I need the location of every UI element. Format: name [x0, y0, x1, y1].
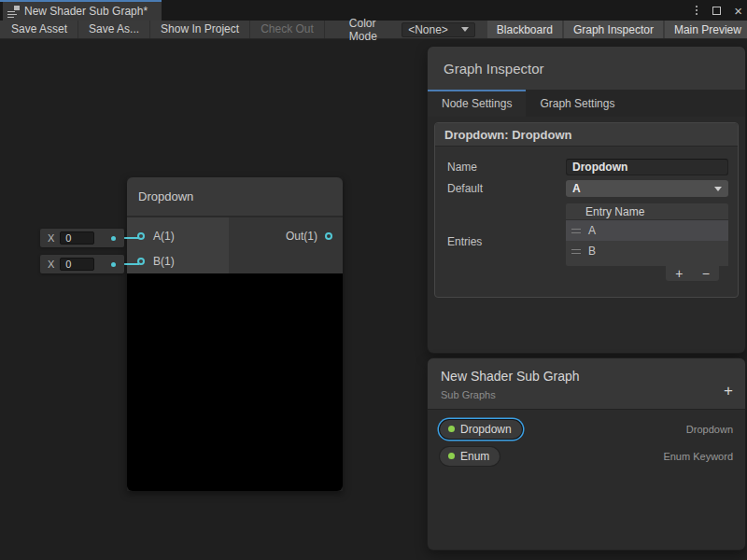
- window-controls: ×: [694, 0, 742, 21]
- name-input[interactable]: [566, 159, 728, 175]
- maximize-icon[interactable]: [712, 7, 721, 15]
- entry-row-a[interactable]: A: [566, 220, 728, 241]
- input-port-a: A(1): [127, 223, 229, 248]
- save-asset-button[interactable]: Save Asset: [1, 21, 78, 38]
- blackboard-item-dropdown: Dropdown Dropdown: [440, 418, 733, 440]
- blackboard-item-enum: Enum Enum Keyword: [440, 445, 733, 467]
- port-a-label: A(1): [153, 230, 175, 243]
- dropdown-settings-title: Dropdown: Dropdown: [435, 123, 738, 147]
- add-entry-button[interactable]: +: [675, 267, 683, 280]
- node-preview: [127, 273, 343, 491]
- port-b-stub-icon: [111, 262, 116, 267]
- tab-node-settings[interactable]: Node Settings: [428, 90, 526, 117]
- graph-toolbar: Save Asset Save As... Show In Project Ch…: [0, 21, 747, 39]
- blackboard-subtitle: Sub Graphs: [441, 389, 732, 400]
- node-output-column: Out(1): [229, 217, 343, 273]
- color-mode-value: <None>: [408, 23, 448, 36]
- default-dropdown[interactable]: A: [566, 180, 728, 197]
- enum-property-pill[interactable]: Enum: [440, 447, 500, 466]
- default-dropdown-value: A: [572, 182, 581, 195]
- default-label: Default: [447, 182, 566, 195]
- close-icon[interactable]: ×: [734, 4, 742, 18]
- entry-a-text: A: [588, 224, 596, 237]
- dropdown-type-label: Dropdown: [686, 424, 733, 435]
- window-menu-icon[interactable]: [694, 4, 699, 17]
- color-mode-label: Color Mode: [349, 17, 394, 43]
- inspector-tab-bar: Node Settings Graph Settings: [428, 90, 745, 117]
- subgraph-asset-icon: [7, 6, 20, 18]
- node-input-column: A(1) B(1): [127, 217, 229, 273]
- toolbar-right-group: Blackboard Graph Inspector Main Preview: [486, 21, 747, 38]
- port-b-axis-label: X: [48, 259, 54, 270]
- drag-handle-icon[interactable]: [571, 249, 581, 254]
- entries-list: Entry Name A B: [566, 203, 728, 266]
- dropdown-settings-box: Dropdown: Dropdown Name Default A: [434, 122, 739, 298]
- node-port-area: A(1) B(1) Out(1): [127, 217, 343, 273]
- graph-inspector-panel: Graph Inspector Node Settings Graph Sett…: [428, 47, 745, 353]
- main-preview-toggle-button[interactable]: Main Preview: [665, 21, 747, 38]
- drag-handle-icon[interactable]: [571, 229, 581, 233]
- port-out-connector-icon[interactable]: [325, 232, 332, 240]
- port-b-value-input[interactable]: [60, 258, 94, 271]
- node-title: Dropdown: [138, 189, 193, 203]
- entry-b-text: B: [588, 245, 596, 258]
- enum-type-label: Enum Keyword: [663, 451, 733, 462]
- document-tab[interactable]: New Shader Sub Graph*: [3, 2, 162, 21]
- entries-list-footer: + −: [666, 266, 719, 281]
- exposed-dot-icon: [448, 426, 455, 432]
- blackboard-body: Dropdown Dropdown Enum Enum Keyword: [428, 410, 745, 481]
- color-mode-dropdown[interactable]: <None>: [402, 22, 475, 37]
- graph-inspector-header[interactable]: Graph Inspector: [428, 47, 745, 90]
- chevron-down-icon: [461, 27, 469, 32]
- check-out-button[interactable]: Check Out: [250, 21, 325, 38]
- blackboard-panel: New Shader Sub Graph Sub Graphs + Dropdo…: [428, 358, 745, 550]
- save-as-button[interactable]: Save As...: [78, 21, 150, 38]
- port-a-axis-label: X: [48, 232, 54, 244]
- input-port-b: B(1): [127, 248, 229, 273]
- entries-list-header: Entry Name: [566, 203, 728, 220]
- port-a-default-widget: X: [40, 229, 124, 247]
- add-property-button[interactable]: +: [724, 383, 733, 399]
- port-b-label: B(1): [153, 255, 175, 268]
- color-mode-group: Color Mode <None>: [349, 21, 475, 38]
- remove-entry-button[interactable]: −: [702, 267, 710, 280]
- name-label: Name: [447, 161, 566, 174]
- shader-graph-window: New Shader Sub Graph* × Save Asset Save …: [0, 0, 747, 560]
- port-b-default-widget: X: [40, 255, 124, 273]
- entries-field-row: Entries Entry Name A B: [447, 202, 728, 281]
- default-field-row: Default A: [447, 180, 728, 197]
- exposed-dot-icon: [448, 453, 455, 459]
- blackboard-toggle-button[interactable]: Blackboard: [487, 21, 562, 38]
- output-port-out: Out(1): [229, 223, 343, 248]
- dropdown-node[interactable]: Dropdown A(1) B(1) Out(1): [127, 177, 343, 491]
- port-a-stub-icon: [111, 236, 116, 241]
- document-tab-title: New Shader Sub Graph*: [24, 5, 148, 18]
- port-a-value-input[interactable]: [60, 231, 94, 245]
- tab-graph-settings[interactable]: Graph Settings: [526, 90, 628, 117]
- enum-pill-label: Enum: [460, 450, 489, 463]
- entries-label: Entries: [447, 235, 566, 248]
- dropdown-property-pill[interactable]: Dropdown: [440, 420, 522, 439]
- chevron-down-icon: [714, 187, 722, 191]
- blackboard-title: New Shader Sub Graph: [441, 369, 732, 384]
- blackboard-header[interactable]: New Shader Sub Graph Sub Graphs +: [428, 358, 745, 410]
- show-in-project-button[interactable]: Show In Project: [150, 21, 250, 38]
- port-out-label: Out(1): [286, 230, 317, 243]
- toolbar-left-group: Save Asset Save As... Show In Project Ch…: [0, 21, 325, 38]
- entry-row-b[interactable]: B: [566, 241, 728, 261]
- node-header[interactable]: Dropdown: [127, 177, 343, 217]
- name-field-row: Name: [447, 158, 728, 175]
- dropdown-settings-body: Name Default A Entries: [435, 147, 738, 297]
- graph-inspector-title: Graph Inspector: [444, 61, 544, 77]
- graph-inspector-toggle-button[interactable]: Graph Inspector: [564, 21, 663, 38]
- dropdown-pill-label: Dropdown: [460, 423, 512, 436]
